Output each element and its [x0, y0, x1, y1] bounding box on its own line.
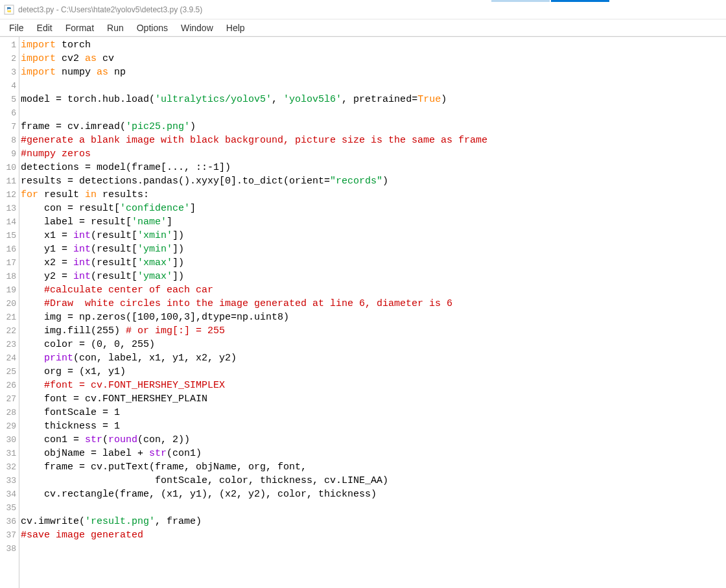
code-line[interactable]: frame = cv.putText(frame, objName, org, … [21, 460, 726, 474]
python-file-icon [4, 5, 14, 15]
line-number: 38 [0, 542, 16, 556]
line-number: 15 [0, 229, 16, 242]
line-number: 13 [0, 202, 16, 215]
line-number: 25 [0, 365, 16, 379]
line-number: 30 [0, 433, 16, 447]
code-line[interactable] [21, 542, 726, 556]
line-number: 28 [0, 406, 16, 419]
menu-help[interactable]: Help [220, 21, 252, 34]
line-number: 23 [0, 338, 16, 351]
code-line[interactable]: #numpy zeros [21, 147, 726, 161]
code-line[interactable]: con = result['confidence'] [21, 202, 726, 215]
code-line[interactable] [21, 501, 726, 515]
code-line[interactable]: #calculate center of each car [21, 283, 726, 297]
code-line[interactable]: #generate a blank image with black backg… [21, 134, 726, 147]
line-number: 2 [0, 52, 16, 65]
line-number: 10 [0, 161, 16, 174]
line-number: 9 [0, 147, 16, 161]
line-number: 20 [0, 297, 16, 311]
code-line[interactable]: objName = label + str(con1) [21, 447, 726, 460]
code-line[interactable]: x2 = int(result['xmax']) [21, 256, 726, 270]
line-number: 16 [0, 242, 16, 256]
line-number: 35 [0, 501, 16, 515]
menu-window[interactable]: Window [174, 21, 220, 34]
code-line[interactable]: #font = cv.FONT_HERSHEY_SIMPLEX [21, 379, 726, 392]
menu-file[interactable]: File [3, 21, 30, 34]
code-line[interactable]: import torch [21, 38, 726, 52]
titlebar-accent-light [491, 0, 550, 2]
line-number: 14 [0, 215, 16, 229]
line-number: 3 [0, 65, 16, 79]
menu-run[interactable]: Run [100, 21, 130, 34]
line-number: 27 [0, 392, 16, 406]
code-line[interactable]: #save image generated [21, 528, 726, 542]
line-number: 6 [0, 106, 16, 120]
line-number: 21 [0, 311, 16, 324]
code-line[interactable]: cv.imwrite('result.png', frame) [21, 515, 726, 528]
line-number: 17 [0, 256, 16, 270]
line-number: 32 [0, 460, 16, 474]
line-number: 18 [0, 270, 16, 283]
line-number: 33 [0, 474, 16, 488]
code-line[interactable]: results = detections.pandas().xyxy[0].to… [21, 174, 726, 188]
code-line[interactable] [21, 106, 726, 120]
menubar: File Edit Format Run Options Window Help [0, 19, 726, 36]
line-number: 12 [0, 188, 16, 202]
line-number: 24 [0, 351, 16, 365]
code-line[interactable]: img.fill(255) # or img[:] = 255 [21, 324, 726, 338]
line-number: 7 [0, 120, 16, 134]
menu-options[interactable]: Options [130, 21, 174, 34]
titlebar: detect3.py - C:\Users\htate2\yolov5\dete… [0, 0, 726, 19]
code-line[interactable]: for result in results: [21, 188, 726, 202]
code-line[interactable]: #Draw white circles into the image gener… [21, 297, 726, 311]
menu-edit[interactable]: Edit [30, 21, 59, 34]
line-number: 1 [0, 38, 16, 52]
line-number: 4 [0, 79, 16, 93]
code-line[interactable]: fontScale = 1 [21, 406, 726, 419]
line-number: 11 [0, 174, 16, 188]
editor: 1234567891011121314151617181920212223242… [0, 36, 726, 588]
code-line[interactable]: img = np.zeros([100,100,3],dtype=np.uint… [21, 311, 726, 324]
line-number: 31 [0, 447, 16, 460]
code-line[interactable]: print(con, label, x1, y1, x2, y2) [21, 351, 726, 365]
code-line[interactable]: thickness = 1 [21, 419, 726, 433]
code-line[interactable]: frame = cv.imread('pic25.png') [21, 120, 726, 134]
window-title: detect3.py - C:\Users\htate2\yolov5\dete… [18, 5, 202, 14]
code-line[interactable]: detections = model(frame[..., ::-1]) [21, 161, 726, 174]
line-number: 37 [0, 528, 16, 542]
menu-format[interactable]: Format [59, 21, 100, 34]
code-line[interactable]: fontScale, color, thickness, cv.LINE_AA) [21, 474, 726, 488]
code-line[interactable]: y1 = int(result['ymin']) [21, 242, 726, 256]
code-line[interactable]: org = (x1, y1) [21, 365, 726, 379]
line-number: 29 [0, 419, 16, 433]
code-line[interactable]: color = (0, 0, 255) [21, 338, 726, 351]
code-area[interactable]: import torchimport cv2 as cvimport numpy… [19, 37, 726, 588]
code-line[interactable]: y2 = int(result['ymax']) [21, 270, 726, 283]
code-line[interactable]: x1 = int(result['xmin']) [21, 229, 726, 242]
code-line[interactable]: import numpy as np [21, 65, 726, 79]
code-line[interactable]: con1 = str(round(con, 2)) [21, 433, 726, 447]
code-line[interactable]: label = result['name'] [21, 215, 726, 229]
code-line[interactable]: font = cv.FONT_HERSHEY_PLAIN [21, 392, 726, 406]
code-line[interactable]: cv.rectangle(frame, (x1, y1), (x2, y2), … [21, 488, 726, 501]
line-number: 26 [0, 379, 16, 392]
line-number-gutter: 1234567891011121314151617181920212223242… [0, 37, 19, 588]
line-number: 5 [0, 93, 16, 106]
code-line[interactable]: import cv2 as cv [21, 52, 726, 65]
code-line[interactable] [21, 79, 726, 93]
line-number: 19 [0, 283, 16, 297]
line-number: 36 [0, 515, 16, 528]
line-number: 34 [0, 488, 16, 501]
code-line[interactable]: model = torch.hub.load('ultralytics/yolo… [21, 93, 726, 106]
line-number: 22 [0, 324, 16, 338]
titlebar-accent [551, 0, 609, 2]
line-number: 8 [0, 134, 16, 147]
svg-rect-0 [5, 5, 14, 14]
